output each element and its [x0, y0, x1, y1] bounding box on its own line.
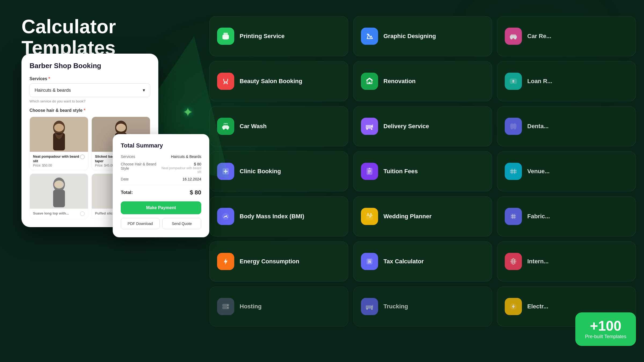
svg-rect-14 [224, 38, 228, 40]
renovation-icon [361, 73, 378, 90]
svg-rect-24 [223, 125, 228, 127]
send-quote-button[interactable]: Send Quote [162, 218, 201, 229]
template-graphic-designing[interactable]: Graphic Designing [353, 16, 492, 56]
template-hosting[interactable]: Hosting [209, 286, 348, 327]
radio-3[interactable] [80, 211, 85, 216]
chevron-down-icon: ▾ [143, 87, 145, 93]
summary-divider [121, 185, 201, 185]
energy-consumption-icon [217, 253, 234, 270]
svg-rect-32 [369, 168, 370, 169]
template-beauty-salon[interactable]: Beauty Salon Booking [209, 61, 348, 101]
svg-rect-33 [510, 169, 517, 174]
summary-total-row: Total: $ 80 [121, 189, 201, 196]
services-select[interactable]: Haircuts & beards ▾ [30, 83, 150, 97]
template-wedding-planner[interactable]: Wedding Planner [353, 196, 492, 237]
hair-card-info-1: Neat pompadour with beard slit Price: $5… [30, 152, 88, 170]
template-bmi[interactable]: Body Mass Index (BMI) [209, 196, 348, 237]
plus100-text: Pre-built Templates [585, 334, 626, 339]
template-energy-consumption[interactable]: Energy Consumption [209, 241, 348, 282]
electric-label: Electr... [527, 303, 548, 311]
clinic-booking-icon [217, 163, 234, 180]
templates-grid-container: Printing Service Graphic Designing C [209, 16, 644, 346]
dental-label: Denta... [527, 123, 548, 130]
hair-card-img-3 [30, 174, 88, 209]
template-dental[interactable]: Denta... [497, 106, 636, 146]
internet-icon [505, 253, 522, 270]
venue-icon [505, 163, 522, 180]
beauty-salon-icon [217, 73, 234, 90]
template-venue[interactable]: Venue... [497, 151, 636, 191]
services-label: Services * [30, 76, 150, 81]
trucking-icon [361, 298, 378, 315]
hair-card-3[interactable]: Suave long top with... [30, 173, 88, 219]
beauty-salon-label: Beauty Salon Booking [240, 77, 302, 85]
tuition-fees-label: Tuition Fees [383, 168, 418, 175]
radio-1[interactable] [80, 154, 85, 159]
services-hint: Which service do you want to book? [30, 99, 150, 103]
svg-point-45 [227, 305, 228, 306]
venue-label: Venue... [527, 168, 550, 175]
graphic-designing-label: Graphic Designing [383, 32, 436, 40]
hair-card-name-3: Suave long top with... [33, 211, 69, 216]
svg-point-48 [366, 308, 368, 310]
style-label: Choose hair & beard style * [30, 108, 150, 113]
template-tax-calculator[interactable]: Tax Calculator [353, 241, 492, 282]
sparkle-decoration: ✦ [182, 105, 193, 120]
summary-total-key: Total: [121, 190, 133, 195]
secondary-buttons: PDF Download Send Quote [121, 218, 201, 229]
svg-rect-21 [368, 82, 371, 84]
svg-point-19 [510, 37, 513, 39]
page-title: Calculator Templates [21, 16, 196, 58]
svg-point-26 [227, 128, 229, 130]
clinic-booking-label: Clinic Booking [240, 168, 281, 175]
template-trucking[interactable]: Trucking [353, 286, 492, 327]
bmi-icon [217, 208, 234, 225]
car-wash-label: Car Wash [240, 123, 267, 130]
bmi-label: Body Mass Index (BMI) [240, 213, 304, 220]
template-delivery-service[interactable]: Delivery Service [353, 106, 492, 146]
summary-key-date: Date [121, 177, 129, 181]
template-internet[interactable]: Intern... [497, 241, 636, 282]
plus100-number: +100 [585, 319, 626, 333]
svg-point-35 [225, 216, 226, 217]
template-printing-service[interactable]: Printing Service [209, 16, 348, 56]
hair-card-price-1: Price: $50.00 [33, 164, 80, 167]
template-clinic-booking[interactable]: Clinic Booking [209, 151, 348, 191]
svg-point-16 [367, 34, 368, 35]
svg-rect-38 [371, 213, 371, 215]
summary-val-style: $ 80 [161, 162, 201, 166]
svg-marker-39 [224, 258, 228, 265]
svg-point-28 [366, 128, 368, 130]
summary-row-date: Date 16.12.2024 [121, 177, 201, 181]
car-wash-icon [217, 118, 234, 135]
svg-point-8 [54, 180, 64, 189]
pdf-download-button[interactable]: PDF Download [121, 218, 160, 229]
dental-icon [505, 118, 522, 135]
fabric-label: Fabric... [527, 213, 550, 220]
template-car-repair[interactable]: Car Re... [497, 16, 636, 56]
svg-rect-15 [228, 36, 229, 37]
template-renovation[interactable]: Renovation [353, 61, 492, 101]
delivery-service-icon [361, 118, 378, 135]
svg-point-5 [116, 124, 126, 132]
hair-card-1[interactable]: Neat pompadour with beard slit Price: $5… [30, 117, 88, 170]
template-fabric[interactable]: Fabric... [497, 196, 636, 237]
svg-rect-18 [511, 34, 516, 36]
svg-rect-7 [53, 190, 65, 207]
hair-card-name-1: Neat pompadour with beard slit [33, 154, 80, 164]
svg-point-25 [223, 128, 225, 130]
hair-card-info-3: Suave long top with... [30, 209, 88, 219]
make-payment-button[interactable]: Make Payment [121, 201, 201, 214]
delivery-service-label: Delivery Service [383, 123, 429, 130]
summary-key-style: Choose Hair & Beard Style [121, 162, 161, 174]
car-repair-icon [505, 28, 522, 45]
trucking-label: Trucking [383, 303, 408, 311]
template-car-wash[interactable]: Car Wash [209, 106, 348, 146]
loan-label: Loan R... [527, 77, 552, 85]
tuition-fees-icon [361, 163, 378, 180]
car-repair-label: Car Re... [527, 32, 551, 40]
svg-rect-47 [366, 305, 371, 309]
svg-rect-13 [224, 33, 228, 35]
template-loan[interactable]: Loan R... [497, 61, 636, 101]
template-tuition-fees[interactable]: Tuition Fees [353, 151, 492, 191]
